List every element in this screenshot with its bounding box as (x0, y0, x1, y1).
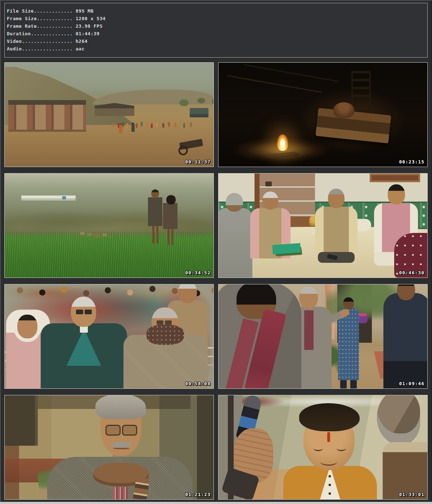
video-codec-label: Video (7, 39, 22, 44)
woman-in-sari-shape (119, 125, 122, 133)
boy-figure-shape (148, 189, 162, 243)
scene-man-with-microphone (219, 395, 427, 499)
scene-night-campfire (219, 63, 427, 167)
file-size-label: File Size (7, 8, 34, 14)
screenshot-thumb-4: 00:46:30 (218, 173, 428, 278)
video-codec-row: Video.................h264 (7, 37, 427, 45)
man-gray-shirt-shape (219, 208, 252, 278)
frame-size-value: 1280 x 534 (73, 16, 105, 21)
closed-eyes-shape (314, 446, 346, 453)
large-man-dark-shirt-shape (383, 293, 427, 388)
man-dark-suit-shape (41, 323, 127, 388)
duration-value: 01:44:39 (73, 31, 99, 36)
wall-frame-shape (370, 174, 420, 182)
eyeglasses-shape (104, 425, 139, 435)
dot-leader: ............ (37, 23, 73, 29)
timestamp-overlay: 00:11:37 (185, 159, 211, 165)
screenshot-grid: 00:11:37 00:23:15 00:34:52 (4, 62, 428, 500)
screenshot-thumb-8: 01:33:01 (218, 395, 428, 500)
dot-leader: ................. (22, 46, 73, 51)
cabinet-figurines-shape (265, 181, 272, 186)
screenshot-thumb-7: 01:21:23 (4, 395, 214, 500)
audio-codec-value: aac (73, 46, 85, 51)
duration-label: Duration (7, 31, 31, 36)
scene-audience (5, 284, 213, 388)
dot-leader: .............. (31, 31, 73, 36)
village-building-shape (8, 100, 86, 130)
green-folder-shape (272, 243, 301, 254)
villagers-shape (113, 122, 114, 127)
bearded-man-profile-shape (373, 395, 427, 499)
scene-courtyard (219, 284, 427, 388)
firewood-shape (269, 152, 296, 158)
timestamp-overlay: 00:23:15 (399, 159, 424, 165)
frame-size-label: Frame Size (7, 16, 37, 21)
campfire-flame-shape (277, 134, 288, 151)
video-codec-value: h264 (73, 39, 87, 44)
media-info-panel: File Size.............895 MB Frame Size.… (0, 0, 432, 502)
timestamp-overlay: 01:21:23 (185, 492, 211, 497)
screenshot-thumb-3: 00:34:52 (4, 173, 214, 278)
file-size-value: 895 MB (73, 8, 94, 14)
dark-window-left-shape (5, 395, 38, 446)
truck-shape (190, 108, 208, 117)
screenshot-thumb-1: 00:11:37 (4, 62, 214, 167)
timestamp-overlay: 00:46:30 (399, 270, 424, 275)
audio-codec-label: Audio (7, 46, 22, 51)
clasped-hands-shape (234, 428, 273, 482)
bullock-cart-shape (179, 139, 203, 150)
villager-shape (131, 124, 135, 132)
frame-rate-label: Frame Rate (7, 23, 37, 29)
timestamp-overlay: 00:34:52 (185, 270, 211, 275)
man-blue-kurta-shape (338, 308, 359, 380)
second-child-figure-shape (163, 195, 177, 244)
dot-leader: ............. (34, 8, 73, 14)
plaid-shirt-shape (113, 487, 128, 499)
scene-sitting-room (219, 174, 427, 278)
timestamp-overlay: 01:09:46 (399, 381, 424, 386)
brown-scarf-shape (147, 325, 184, 345)
foreground-man-red-scarf-shape (219, 284, 301, 388)
scene-village-daylight (5, 63, 213, 167)
screenshot-thumb-6: 01:09:46 (218, 284, 428, 389)
distant-building-shape (21, 195, 76, 201)
file-info-box: File Size.............895 MB Frame Size.… (4, 3, 428, 58)
distant-ridge-shape (93, 90, 213, 104)
man-cream-vest-shape (315, 207, 357, 253)
window-shutter-right-shape (190, 395, 213, 499)
screenshot-thumb-5: 00:58:08 (4, 284, 214, 389)
dot-leader: ................. (22, 39, 73, 44)
timestamp-overlay: 01:33:01 (399, 492, 424, 497)
scene-elderly-man-closeup (5, 395, 213, 499)
hut-beam-shape (228, 75, 322, 93)
gray-mustache-shape (111, 442, 131, 448)
audio-codec-row: Audio.................aac (7, 45, 427, 53)
crowd-heads-shape (17, 287, 23, 293)
frame-size-row: Frame Size............1280 x 534 (7, 15, 427, 22)
scene-field-children (5, 174, 213, 278)
smile-shape (320, 457, 337, 466)
duration-row: Duration..............01:44:39 (7, 30, 427, 37)
frame-rate-row: Frame Rate............23.98 FPS (7, 22, 427, 30)
hanging-flowerpot-shape (358, 316, 368, 323)
timestamp-overlay: 00:58:08 (185, 381, 211, 386)
dot-leader: ............ (37, 16, 73, 21)
camel-scarf-shape (93, 463, 149, 486)
seated-person-shape (333, 102, 354, 118)
file-size-row: File Size.............895 MB (7, 7, 427, 15)
frame-rate-value: 23.98 FPS (73, 23, 103, 29)
crop-field-shape (5, 232, 213, 278)
screenshot-thumb-2: 00:23:15 (218, 62, 428, 167)
mustard-vest-shape (283, 466, 377, 499)
